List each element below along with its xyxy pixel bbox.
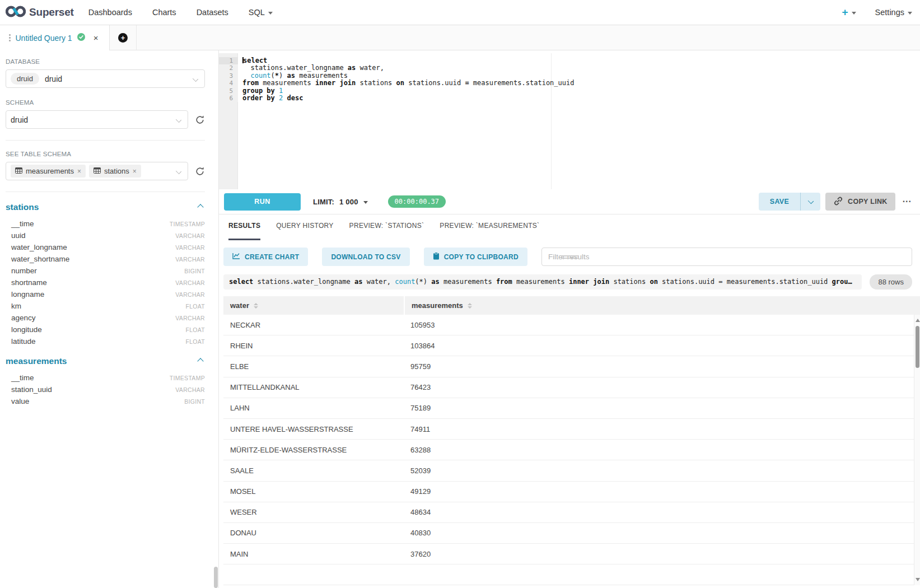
query-tab-active[interactable]: Untitled Query 1 × [0, 25, 110, 50]
results-tab-results[interactable]: RESULTS [228, 222, 260, 240]
nav-item-charts[interactable]: Charts [152, 8, 176, 17]
refresh-schema-button[interactable] [195, 115, 205, 125]
column-header-water[interactable]: water [223, 296, 405, 315]
limit-dropdown[interactable]: LIMIT: 1 000 [313, 198, 368, 206]
schema-select[interactable]: druid [6, 110, 188, 129]
sort-icon [254, 303, 258, 309]
line-number: 3 [219, 72, 238, 80]
check-circle-icon [77, 33, 85, 43]
column-type: VARCHAR [175, 291, 205, 298]
schema-table-measurements: measurements__timeTIMESTAMPstation_uuidV… [6, 356, 205, 407]
executed-query-preview[interactable]: select stations.water_longname as water,… [223, 274, 862, 290]
remove-table-icon[interactable]: × [133, 167, 137, 175]
more-actions-button[interactable]: ... [900, 194, 915, 209]
sql-token: as [354, 278, 362, 286]
nav-item-sql[interactable]: SQL [249, 8, 273, 17]
settings-menu[interactable]: Settings [875, 8, 912, 17]
divider [6, 140, 205, 141]
column-type: VARCHAR [175, 256, 205, 263]
column-name: water_longname [11, 243, 67, 251]
sort-icon [468, 303, 472, 309]
database-select[interactable]: druid druid [6, 69, 205, 88]
results-tab-preview-measurements[interactable]: PREVIEW: `MEASUREMENTS` [440, 222, 539, 240]
pane-resize-handle[interactable] [561, 255, 578, 259]
scroll-up-icon[interactable] [916, 319, 920, 322]
table-row[interactable]: NECKAR105953 [223, 315, 914, 335]
database-value: druid [45, 74, 62, 83]
cell-water: LAHN [223, 404, 405, 412]
cell-water: ELBE [223, 362, 405, 371]
filter-results-input[interactable] [541, 248, 912, 266]
table-chip-stations[interactable]: stations× [89, 165, 141, 178]
sql-token: group by [242, 87, 275, 95]
create-chart-button[interactable]: CREATE CHART [223, 248, 308, 266]
table-row[interactable]: RHEIN103864 [223, 335, 914, 356]
limit-label: LIMIT: [313, 198, 334, 206]
remove-table-icon[interactable]: × [77, 167, 81, 175]
table-row[interactable]: SAALE52039 [223, 460, 914, 481]
line-number: 6 [219, 95, 238, 102]
results-grid: water measurements NECKAR105953RHEIN1038… [223, 296, 920, 585]
chevron-down-icon [908, 12, 912, 15]
sql-token: measurements [259, 79, 315, 87]
sql-token [275, 94, 279, 102]
run-button[interactable]: RUN [224, 193, 301, 211]
sql-token: stations.uuid = measurements.station_uui… [658, 278, 832, 286]
table-row[interactable]: ELBE95759 [223, 356, 914, 377]
sql-token: on [650, 278, 657, 286]
close-tab-icon[interactable]: × [94, 34, 99, 42]
drag-grip-icon[interactable] [9, 34, 11, 41]
table-row[interactable]: MÜRITZ-ELDE-WASSERSTRASSE63288 [223, 440, 914, 460]
column-header-measurements[interactable]: measurements [405, 296, 920, 315]
schema-table-name[interactable]: measurements [6, 356, 67, 366]
column-type: BIGINT [184, 268, 205, 274]
results-tab-query-history[interactable]: QUERY HISTORY [276, 222, 333, 240]
table-chip-label: measurements [26, 167, 74, 175]
column-type: VARCHAR [175, 232, 205, 239]
results-scrollbar [914, 315, 920, 585]
column-type: FLOAT [185, 303, 205, 310]
editor-line: 1select [219, 57, 920, 64]
column-type: VARCHAR [175, 244, 205, 251]
table-schema-label: SEE TABLE SCHEMA [6, 151, 205, 157]
cell-measurements: 105953 [405, 321, 914, 329]
table-row[interactable]: WESER48634 [223, 502, 914, 523]
schema-column-row: water_longnameVARCHAR [6, 241, 205, 253]
copy-link-button[interactable]: COPY LINK [825, 193, 895, 211]
sql-editor[interactable]: 1select2 stations.water_longname as wate… [219, 53, 920, 189]
table-chip-measurements[interactable]: measurements× [11, 165, 86, 178]
table-row[interactable]: UNTERE HAVEL-WASSERSTRASSE74911 [223, 419, 914, 440]
results-tab-preview-stations[interactable]: PREVIEW: `STATIONS` [349, 222, 424, 240]
table-row[interactable]: MOSEL49129 [223, 482, 914, 502]
download-to-csv-button[interactable]: DOWNLOAD TO CSV [322, 248, 409, 266]
save-options-button[interactable] [800, 193, 820, 211]
table-row[interactable]: DONAU40830 [223, 523, 914, 544]
add-tab-button[interactable]: + [118, 33, 128, 43]
cell-measurements: 40830 [405, 529, 914, 537]
chevron-down-icon [363, 201, 368, 204]
nav-item-dashboards[interactable]: Dashboards [88, 8, 132, 17]
collapse-icon[interactable] [197, 358, 203, 364]
column-name: agency [11, 314, 36, 322]
copy-to-clipboard-button[interactable]: COPY TO CLIPBOARD [424, 248, 527, 266]
table-row[interactable]: MITTELLANDKANAL76423 [223, 377, 914, 398]
collapse-icon[interactable] [197, 204, 203, 210]
table-row[interactable]: LAHN75189 [223, 398, 914, 419]
table-row[interactable] [223, 564, 914, 585]
table-select[interactable]: measurements×stations× [6, 162, 188, 180]
refresh-tables-button[interactable] [195, 166, 205, 176]
nav-item-datasets[interactable]: Datasets [197, 8, 228, 17]
table-row[interactable]: MAIN37620 [223, 544, 914, 564]
editor-toolbar: RUN LIMIT: 1 000 00:00:00.37 SAVE [219, 189, 920, 214]
column-header-label: water [230, 301, 249, 310]
schema-table-name[interactable]: stations [6, 202, 39, 212]
superset-brand[interactable]: Superset [6, 4, 74, 21]
sidebar-scrollbar-thumb[interactable] [214, 567, 218, 588]
scrollbar-thumb[interactable] [916, 326, 919, 368]
save-button[interactable]: SAVE [759, 193, 800, 211]
main-nav: DashboardsChartsDatasetsSQL [88, 8, 273, 17]
sql-token: * [275, 72, 279, 80]
new-item-menu[interactable]: + [842, 6, 856, 18]
scroll-down-icon[interactable] [916, 578, 920, 581]
cell-water: MÜRITZ-ELDE-WASSERSTRASSE [223, 446, 405, 454]
